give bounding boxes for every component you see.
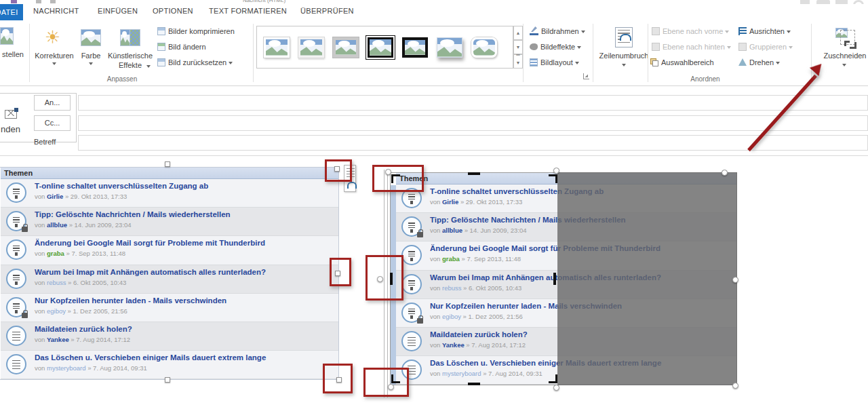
bild-zuruecksetzen-button[interactable]: Bild zurücksetzen [157, 58, 233, 69]
thread-author[interactable]: egiboy [47, 307, 66, 315]
gruppieren-button[interactable]: Gruppieren [738, 43, 793, 53]
picture-handle-top-middle[interactable] [553, 168, 559, 174]
thread-author[interactable]: mysteryboard [47, 364, 86, 372]
thread-author[interactable]: Girlie [47, 193, 63, 200]
picture-style-black-double[interactable] [366, 33, 395, 62]
thread-byline: von egiboy » 1. Dez 2005, 21:56 [430, 313, 523, 320]
picture-styles-gallery [256, 26, 513, 69]
ausrichten-button[interactable]: Ausrichten [738, 27, 791, 37]
resize-handle-top-middle[interactable] [165, 161, 170, 167]
dialog-launcher-icon[interactable] [583, 73, 589, 79]
bulb-lock-icon [401, 303, 422, 323]
thread-author[interactable]: rebuss [47, 279, 66, 286]
thread-byline: von allblue » 14. Jun 2009, 23:04 [430, 227, 527, 234]
ribbon-tab-row: DATEINACHRICHTEINFÜGENOPTIONENTEXT FORMA… [0, 4, 868, 20]
resize-handle-bottom-middle[interactable] [165, 377, 170, 383]
thread-author[interactable]: allblue [47, 221, 67, 229]
picture-handle-bottom-middle[interactable] [553, 385, 559, 391]
annotation-rect-6 [363, 368, 409, 397]
bildeffekte-button[interactable]: Bildeffekte [530, 43, 581, 53]
gallery-scrollbar[interactable]: ▲ ▼ ▔▼ [513, 26, 523, 69]
thread-title[interactable]: Das Löschen u. Verschieben einiger Mails… [35, 353, 266, 362]
bulb-lock-icon [401, 216, 422, 237]
wrap-text-icon [615, 27, 633, 47]
note-icon [6, 354, 26, 374]
thread-author[interactable]: Yankee [47, 336, 69, 343]
tab-text-formatieren[interactable]: TEXT FORMATIEREN [209, 7, 287, 15]
ribbon-format-tab-contents: stellen ☀ Korrekturen Farbe Künstlerisch… [0, 20, 868, 86]
note-icon [6, 326, 26, 346]
bildlayout-button[interactable]: Bildlayout [530, 58, 579, 69]
picture-style-gray-matte[interactable] [331, 33, 361, 62]
compress-pictures-icon [157, 27, 165, 35]
picture-handle-bottom-right[interactable] [732, 383, 738, 389]
betreff-label: Betreff [34, 138, 56, 146]
align-icon [738, 27, 747, 35]
thread-row: Warum bei Imap mit Anhängen automatisch … [1, 265, 338, 294]
undo-icon[interactable] [36, 0, 41, 3]
bildrahmen-button[interactable]: Bildrahmen [530, 27, 585, 37]
tab-überprüfen[interactable]: ÜBERPRÜFEN [300, 7, 354, 15]
tab-nachricht[interactable]: NACHRICHT [33, 7, 79, 15]
thread-author[interactable]: Yankee [442, 341, 465, 349]
dropdown-arrow-icon [622, 64, 626, 66]
thread-title[interactable]: Warum bei Imap mit Anhängen automatisch … [35, 268, 266, 276]
quick-access-icon[interactable] [11, 0, 17, 3]
embedded-image-original[interactable]: ThemenT-online schaltet unverschlüsselte… [0, 167, 339, 380]
crop-handle-top-right[interactable] [549, 174, 557, 183]
thread-author[interactable]: graba [442, 255, 460, 263]
picture-style-beveled[interactable] [296, 33, 326, 62]
thread-byline: von Yankee » 7. Aug 2014, 17:12 [430, 341, 526, 349]
thread-title[interactable]: Nur Kopfzeilen herunter laden - Mails ve… [35, 296, 226, 305]
tab-einfügen[interactable]: EINFÜGEN [98, 7, 138, 15]
thread-title[interactable]: Tipp: Gelöschte Nachrichten / Mails wied… [35, 210, 231, 218]
an-input[interactable] [78, 95, 868, 111]
thread-title[interactable]: Änderung bei Google Mail sorgt für Probl… [35, 239, 265, 247]
dropdown-arrow-icon [842, 64, 846, 66]
crop-handle-right-middle[interactable] [553, 273, 556, 285]
redo-icon[interactable] [50, 0, 56, 3]
thread-byline: von mysteryboard » 7. Aug 2014, 09:31 [430, 370, 542, 377]
tab-datei[interactable]: DATEI [0, 4, 23, 20]
crop-handle-bottom-right[interactable] [549, 374, 557, 383]
bild-aendern-button[interactable]: Bild ändern [157, 43, 206, 53]
freistellen-icon[interactable] [0, 27, 14, 46]
dropdown-arrow-icon [89, 62, 93, 65]
tab-optionen[interactable]: OPTIONEN [153, 7, 193, 15]
thread-author[interactable]: egiboy [442, 313, 461, 320]
gallery-more-icon[interactable]: ▔▼ [513, 54, 523, 69]
bilder-komprimieren-button[interactable]: Bilder komprimieren [157, 27, 235, 37]
thread-byline: von rebuss » 6. Okt 2005, 10:43 [35, 279, 126, 286]
picture-style-black-frame[interactable] [400, 33, 430, 62]
annotation-rect-5 [323, 364, 353, 393]
thread-title[interactable]: Maildateien zurück holen? [430, 330, 528, 338]
thread-author[interactable]: Girlie [442, 198, 458, 206]
drehen-button[interactable]: Drehen [738, 58, 780, 69]
thread-author[interactable]: mysteryboard [442, 370, 481, 377]
picture-style-rounded[interactable] [469, 33, 499, 62]
cc-button[interactable]: Cc... [34, 115, 71, 131]
cc-input[interactable] [78, 115, 868, 131]
auswahlbereich-button[interactable]: Auswahlbereich [650, 58, 714, 69]
annotation-rect-2 [372, 165, 424, 192]
gallery-scroll-up-icon[interactable]: ▲ [513, 26, 523, 40]
crop-handle-bottom-middle[interactable] [468, 383, 480, 385]
thread-title[interactable]: Maildateien zurück holen? [35, 325, 132, 333]
picture-handle-top-right[interactable] [722, 170, 728, 176]
ebene-nach-vorne-button[interactable]: Ebene nach vorne [652, 27, 729, 37]
picture-handle-right-middle[interactable] [732, 277, 738, 283]
forum-list-left: ThemenT-online schaltet unverschlüsselte… [1, 168, 338, 379]
picture-style-simple-white[interactable] [262, 33, 292, 62]
bulb-icon [401, 274, 422, 294]
thread-author[interactable]: allblue [442, 227, 462, 234]
ebene-nach-hinten-button[interactable]: Ebene nach hinten [652, 43, 731, 53]
forum-header: Themen [1, 168, 338, 179]
thread-title[interactable]: T-online schaltet unverschlüsselten Zuga… [35, 182, 208, 190]
thread-author[interactable]: graba [47, 250, 64, 257]
gallery-scroll-down-icon[interactable]: ▼ [513, 40, 523, 54]
crop-handle-top-middle[interactable] [468, 172, 480, 175]
an-button[interactable]: An... [34, 95, 71, 111]
picture-style-shadowed[interactable] [435, 33, 465, 62]
crop-icon [835, 27, 855, 47]
thread-author[interactable]: rebuss [442, 284, 462, 292]
